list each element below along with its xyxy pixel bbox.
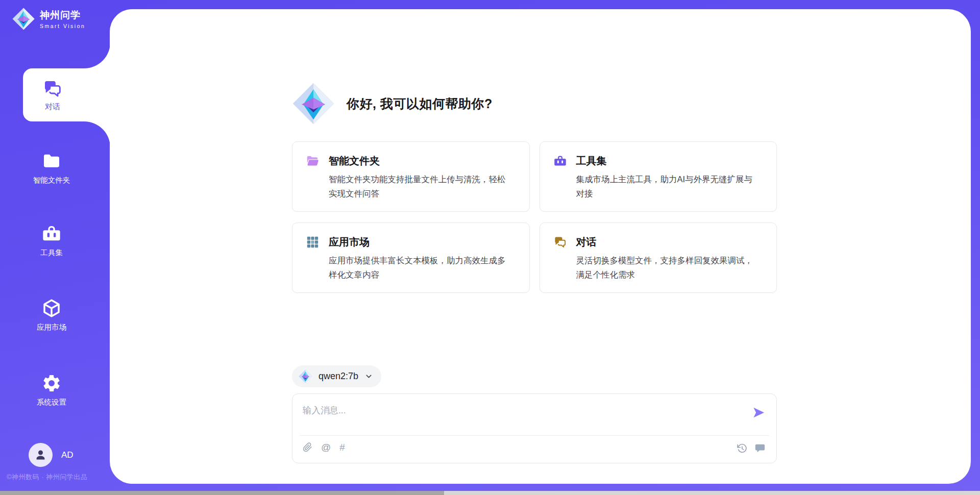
card-description: 应用市场提供丰富长文本模板，助力高效生成多样化文章内容 — [329, 253, 511, 282]
card-app-market[interactable]: 应用市场 应用市场提供丰富长文本模板，助力高效生成多样化文章内容 — [292, 222, 530, 293]
scrollbar-thumb[interactable] — [0, 491, 444, 495]
message-input[interactable] — [303, 403, 731, 418]
model-selector[interactable]: qwen2:7b — [292, 365, 381, 387]
toolbox-icon — [553, 154, 567, 168]
sidebar-item-settings[interactable]: 系统设置 — [19, 373, 84, 407]
sidebar-item-smart-folder[interactable]: 智能文件夹 — [19, 151, 84, 185]
send-icon[interactable] — [752, 406, 766, 419]
app-grid-icon — [306, 235, 320, 249]
history-icon[interactable] — [737, 443, 747, 454]
card-title: 应用市场 — [329, 235, 370, 249]
greeting-title: 你好, 我可以如何帮助你? — [347, 95, 493, 112]
greeting: 你好, 我可以如何帮助你? — [292, 83, 493, 125]
composer-tools: @ # — [303, 442, 345, 452]
brand-logo-icon — [12, 8, 35, 30]
chat-icon — [42, 79, 63, 99]
chevron-down-icon — [364, 372, 373, 381]
sidebar-item-label: 应用市场 — [37, 323, 66, 332]
folder-open-icon — [306, 154, 320, 168]
mention-icon[interactable]: @ — [321, 442, 331, 452]
assistant-logo-icon — [292, 83, 334, 125]
brand-subtitle: Smart Vision — [40, 23, 85, 29]
brand-name: 神州问学 — [40, 9, 85, 22]
composer-right-tools — [737, 442, 766, 454]
message-composer: @ # — [292, 393, 777, 463]
feature-cards: 智能文件夹 智能文件夹功能支持批量文件上传与清洗，轻松实现文件问答 工具集 集成… — [292, 141, 777, 293]
brand: 神州问学 Smart Vision — [12, 8, 85, 30]
sidebar-item-toolset[interactable]: 工具集 — [19, 224, 84, 258]
card-description: 灵活切换多模型文件，支持多样回复效果调试，满足个性化需求 — [576, 253, 759, 282]
gear-icon — [41, 373, 62, 393]
sidebar-item-label: 工具集 — [40, 248, 63, 258]
toolbox-icon — [41, 224, 62, 244]
person-icon — [34, 448, 47, 462]
copyright-text: ©神州数码 · 神州问学出品 — [7, 473, 87, 482]
card-smart-folder[interactable]: 智能文件夹 智能文件夹功能支持批量文件上传与清洗，轻松实现文件问答 — [292, 141, 530, 212]
cube-icon — [41, 298, 62, 318]
card-title: 智能文件夹 — [329, 154, 380, 168]
card-description: 集成市场上主流工具，助力AI与外界无缝扩展与对接 — [576, 172, 759, 201]
chat-icon — [553, 235, 567, 249]
card-description: 智能文件夹功能支持批量文件上传与清洗，轻松实现文件问答 — [329, 172, 511, 201]
sidebar-item-label: 系统设置 — [37, 398, 66, 407]
sidebar-item-chat[interactable]: 对话 — [23, 68, 82, 121]
model-logo-icon — [299, 369, 312, 383]
card-title: 对话 — [576, 235, 597, 249]
folder-icon — [41, 151, 62, 171]
attachment-icon[interactable] — [303, 442, 312, 452]
model-name: qwen2:7b — [318, 371, 358, 382]
horizontal-scrollbar[interactable] — [0, 491, 980, 495]
composer-divider — [300, 435, 769, 436]
user-account[interactable]: AD — [29, 443, 74, 467]
card-title: 工具集 — [576, 154, 607, 168]
card-toolset[interactable]: 工具集 集成市场上主流工具，助力AI与外界无缝扩展与对接 — [540, 141, 777, 212]
hashtag-icon[interactable]: # — [339, 442, 345, 452]
avatar — [29, 443, 53, 467]
sidebar-item-app-market[interactable]: 应用市场 — [19, 298, 84, 332]
user-initials: AD — [61, 450, 74, 460]
message-icon[interactable] — [754, 442, 766, 454]
sidebar-item-label: 智能文件夹 — [33, 176, 70, 185]
app-root: { "brand": { "name": "神州问学", "subtitle":… — [0, 0, 980, 495]
sidebar-item-label: 对话 — [45, 102, 60, 112]
card-chat[interactable]: 对话 灵活切换多模型文件，支持多样回复效果调试，满足个性化需求 — [540, 222, 777, 293]
